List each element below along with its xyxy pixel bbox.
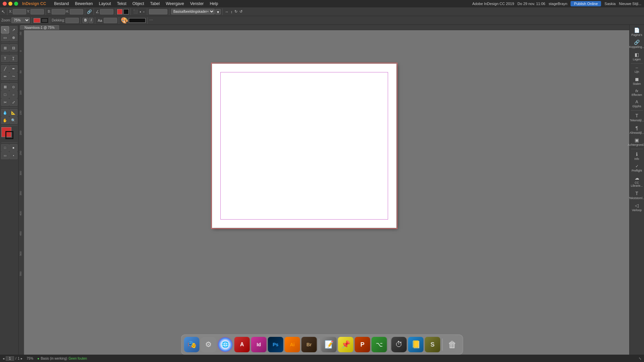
ellipse-frame-tool[interactable]: ⊙ — [9, 83, 17, 90]
user-account[interactable]: Saskia — [604, 2, 615, 6]
smooth-tool[interactable]: 〜 — [9, 73, 17, 80]
dock-indesign[interactable]: Id — [251, 337, 267, 352]
panel-verloop[interactable]: ◁ Verloop — [630, 201, 644, 213]
dock-bridge[interactable]: Br — [302, 337, 317, 352]
measure-tool[interactable]: 📐 — [9, 109, 17, 116]
panel-effecten[interactable]: fx Effecten — [630, 87, 644, 98]
stroke-color-box[interactable] — [5, 131, 13, 139]
pen-tool[interactable]: ✒ — [9, 65, 17, 72]
dock-stickies[interactable]: 📌 — [338, 337, 354, 352]
panel-alineastijl[interactable]: ¶ Alineastijl... — [630, 124, 644, 136]
fill-color-swatch[interactable] — [34, 18, 40, 23]
rectangle-frame-tool[interactable]: ⊠ — [1, 83, 9, 90]
panel-paginas[interactable]: 📄 Pagina's — [630, 26, 644, 38]
menu-layout[interactable]: Layout — [96, 1, 114, 7]
menu-tekst[interactable]: Tekst — [114, 1, 129, 7]
dock-scrivener[interactable]: S — [425, 337, 440, 352]
pencil-tool[interactable]: ✏ — [1, 73, 9, 80]
style-dropdown[interactable]: Basisafbeeldingskader+ — [171, 9, 215, 14]
h-input[interactable] — [70, 9, 83, 14]
scissors-tool[interactable]: ✂ — [1, 99, 9, 106]
canvas-area[interactable] — [24, 30, 629, 355]
stroke-swatch[interactable] — [123, 9, 129, 14]
rotate-cw-icon[interactable]: ↻ — [234, 9, 238, 14]
menu-object[interactable]: Object — [130, 1, 147, 7]
panel-koppeling[interactable]: 🔗 Koppeling... — [630, 38, 644, 50]
type-path-tool[interactable]: T̲ — [9, 55, 17, 62]
new-style-btn[interactable]: Nieuwe Stijl... — [619, 2, 641, 6]
color-selector[interactable] — [1, 127, 17, 141]
menu-bewerken[interactable]: Bewerken — [72, 1, 95, 7]
dock-klokki[interactable]: ⏱ — [391, 337, 407, 352]
close-button[interactable] — [3, 2, 7, 6]
content-placer-tool[interactable]: ⊟ — [9, 44, 17, 52]
panel-glyphs[interactable]: A Glyphs — [630, 98, 644, 109]
panel-info[interactable]: ℹ Info — [630, 150, 644, 162]
align-center-icon[interactable]: ▪ — [140, 10, 141, 14]
selection-tool[interactable]: ↖ — [1, 26, 9, 34]
dock-script-editor[interactable]: ⌥ — [372, 337, 387, 352]
type-tool[interactable]: T — [1, 55, 9, 62]
menu-help[interactable]: Help — [207, 1, 221, 7]
menu-venster[interactable]: Venster — [187, 1, 207, 7]
font-size-input[interactable] — [104, 18, 117, 23]
dock-acrobat[interactable]: A — [234, 337, 250, 352]
dock-trash[interactable]: 🗑 — [445, 337, 460, 352]
fill-swatch[interactable] — [117, 9, 122, 14]
free-transform-tool[interactable]: ⤢ — [9, 99, 17, 106]
dock-illustrator[interactable]: Ai — [285, 337, 300, 352]
bleed-mode-btn[interactable]: ▪ — [9, 152, 17, 159]
panel-achtergrond[interactable]: ▣ Achtergrond... — [630, 136, 644, 148]
minimize-button[interactable] — [8, 2, 12, 6]
normal-mode-btn[interactable]: □ — [1, 144, 9, 152]
italic-btn[interactable]: I — [89, 18, 93, 23]
panel-tekststoml[interactable]: T Tekststoml... — [630, 189, 644, 201]
eyedropper-tool[interactable]: 💧 — [1, 109, 9, 116]
page-navigator[interactable]: ◂ / 1 ▸ — [3, 356, 22, 361]
prev-page-btn[interactable]: ◂ — [3, 357, 4, 360]
panel-preflight[interactable]: ✓ Preflight — [630, 163, 644, 174]
gap-tool[interactable]: ⊕ — [9, 34, 17, 41]
menu-tabel[interactable]: Tabel — [148, 1, 163, 7]
zoom-tool[interactable]: 🔍 — [9, 117, 17, 124]
panel-tekenstijl[interactable]: T Tekenstijl... — [630, 112, 644, 123]
maximize-button[interactable] — [14, 2, 18, 6]
hand-tool[interactable]: ✋ — [1, 117, 9, 124]
flip-v-icon[interactable]: ↕ — [230, 9, 233, 14]
frame-mode-btn[interactable]: ▭ — [1, 152, 9, 159]
style-options-btn[interactable]: ▾ — [215, 9, 221, 14]
page-tool[interactable]: ▭ — [1, 34, 9, 41]
dock-photoshop[interactable]: Ps — [268, 337, 283, 352]
content-collector-tool[interactable]: ⊞ — [1, 44, 9, 52]
dock-notebooks[interactable]: 📒 — [408, 337, 424, 352]
dock-notes[interactable]: 📝 — [321, 337, 337, 352]
publish-online-button[interactable]: Publish Online — [571, 1, 601, 6]
panel-cc-libraries[interactable]: ☁ CC Librarie... — [630, 174, 644, 189]
dock-powerpoint[interactable]: P — [355, 337, 370, 352]
dock-system-prefs[interactable]: ⚙ — [201, 337, 216, 352]
direct-selection-tool[interactable]: ↗ — [9, 26, 17, 34]
panel-stalen[interactable]: ◼ Stalen — [630, 75, 644, 87]
page-number-input[interactable] — [6, 356, 14, 361]
panel-lijn[interactable]: ─ Lijn — [630, 65, 644, 75]
constraint-icon[interactable]: 🔗 — [87, 9, 92, 14]
align-right-icon[interactable]: ▫ — [143, 10, 145, 14]
align-left-icon[interactable]: ⬛ — [133, 9, 138, 14]
rectangle-tool[interactable]: □ — [1, 91, 9, 98]
menu-bestand[interactable]: Bestand — [51, 1, 71, 7]
panel-lagen[interactable]: ◧ Lagen — [630, 51, 644, 62]
line-tool[interactable]: ╱ — [1, 65, 9, 72]
flip-h-icon[interactable]: ↔ — [224, 9, 229, 14]
opacity-input[interactable]: 100% — [65, 18, 79, 23]
y-input[interactable]: 145,333 mm — [31, 9, 44, 14]
width-field[interactable]: 4,733 mm — [149, 9, 167, 14]
ellipse-tool[interactable]: ○ — [9, 91, 17, 98]
zoom-select[interactable]: 75% — [11, 17, 30, 23]
x-input[interactable]: 28 mm — [13, 9, 26, 14]
fill-icon[interactable]: 🎨 — [121, 17, 128, 24]
preflight-status[interactable]: ● Basis (in werking) Geen fouten — [37, 357, 87, 360]
menu-weergave[interactable]: Weergave — [163, 1, 186, 7]
resize-handle[interactable]: ⤡ — [639, 357, 641, 360]
stroke-color-swatch[interactable] — [41, 18, 48, 23]
angle-input[interactable]: 0 pt — [100, 9, 113, 14]
